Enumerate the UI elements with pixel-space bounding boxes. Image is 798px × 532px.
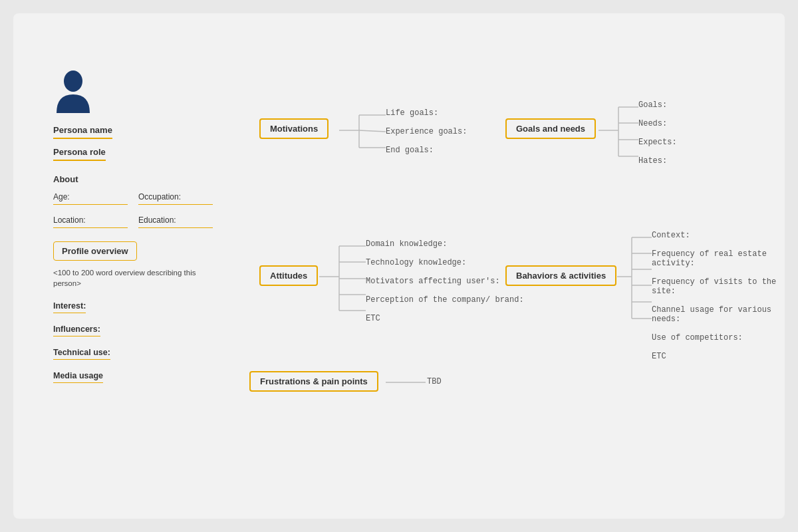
behaviors-items: Context: Frequency of real estate activi… (652, 231, 785, 361)
media-usage-item: Media usage (53, 371, 103, 383)
behaviors-item-5: ETC (652, 352, 785, 361)
goals-item-0: Goals: (638, 100, 677, 110)
technical-use-item: Technical use: (53, 348, 110, 360)
info-grid: Age: Occupation: Location: Education: (53, 192, 213, 228)
motivations-item-1: Experience goals: (386, 127, 467, 136)
age-field: Age: (53, 192, 128, 205)
interest-item: Interest: (53, 301, 86, 313)
profile-overview-box: Profile overview (53, 241, 137, 261)
behaviors-item-0: Context: (652, 231, 785, 240)
goals-box: Goals and needs (505, 118, 596, 139)
frustrations-items: TBD (427, 377, 442, 386)
behaviors-item-3: Channel usage for various needs: (652, 305, 785, 324)
influencers-item: Influencers: (53, 325, 100, 336)
attitudes-items: Domain knowledge: Technology knowledge: … (366, 239, 524, 323)
svg-point-0 (64, 70, 82, 92)
attitudes-item-2: Motivators affecting user's: (366, 277, 524, 286)
persona-name: Persona name (53, 125, 112, 139)
motivations-item-2: End goals: (386, 146, 467, 155)
attitudes-item-4: ETC (366, 314, 524, 323)
avatar-icon (53, 66, 93, 113)
frustrations-cluster: Frustrations & pain points (249, 371, 378, 392)
attitudes-item-1: Technology knowledge: (366, 258, 524, 267)
behaviors-cluster: Bahaviors & activities (505, 265, 616, 286)
attitudes-cluster: Attitudes (259, 265, 318, 286)
attitudes-item-0: Domain knowledge: (366, 239, 524, 249)
motivations-cluster: Motivations (259, 118, 329, 139)
motivations-item-0: Life goals: (386, 108, 467, 118)
persona-role: Persona role (53, 147, 106, 161)
overview-text: <100 to 200 word overview describing thi… (53, 267, 213, 289)
goals-item-3: Hates: (638, 156, 677, 166)
motivations-box: Motivations (259, 118, 329, 139)
goals-item-2: Expects: (638, 138, 677, 147)
about-label: About (53, 174, 213, 184)
goals-item-1: Needs: (638, 119, 677, 128)
frustrations-item-0: TBD (427, 377, 442, 386)
motivations-items: Life goals: Experience goals: End goals: (386, 108, 467, 155)
goals-items: Goals: Needs: Expects: Hates: (638, 100, 677, 166)
frustrations-box: Frustrations & pain points (249, 371, 378, 392)
education-field: Education: (138, 215, 213, 228)
behaviors-item-2: Frequency of visits to the site: (652, 277, 785, 296)
left-panel: Persona name Persona role About Age: Occ… (53, 66, 213, 392)
svg-line-4 (359, 130, 386, 132)
occupation-field: Occupation: (138, 192, 213, 205)
goals-cluster: Goals and needs (505, 118, 596, 139)
location-field: Location: (53, 215, 128, 228)
attitudes-item-3: Perception of the company/ brand: (366, 295, 524, 305)
attitudes-box: Attitudes (259, 265, 318, 286)
behaviors-item-4: Use of competitors: (652, 333, 785, 342)
behaviors-box: Bahaviors & activities (505, 265, 616, 286)
behaviors-item-1: Frequency of real estate activity: (652, 249, 785, 268)
